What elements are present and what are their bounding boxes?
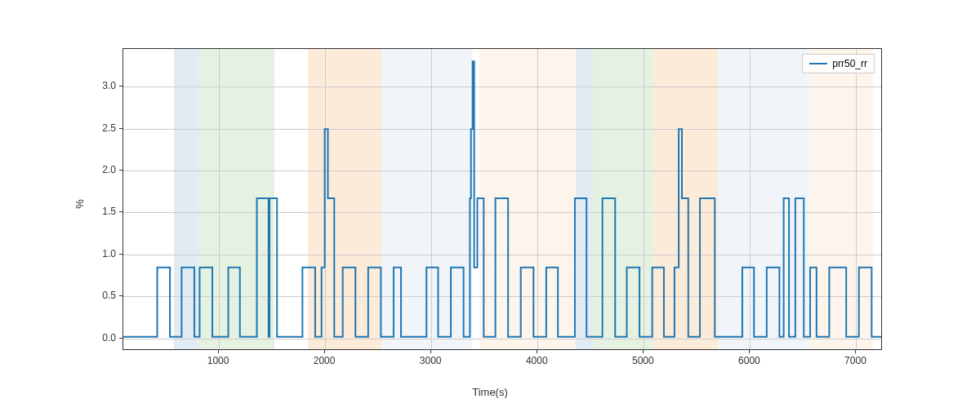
ytick-label: 0.5 [102,290,116,301]
ytick-mark [119,338,122,339]
y-axis-label: % [74,199,86,209]
ytick-mark [119,86,122,86]
ytick-mark [119,170,122,171]
xtick-mark [324,350,325,353]
xtick-mark [430,350,431,353]
series-line [123,61,881,336]
legend: prr50_rr [802,54,875,73]
xtick-label: 2000 [314,355,336,366]
legend-label: prr50_rr [832,58,867,69]
ytick-label: 2.5 [102,122,116,134]
ytick-mark [119,295,122,296]
xtick-mark [643,350,644,353]
xtick-mark [855,350,856,353]
xtick-label: 7000 [844,355,866,366]
xtick-label: 4000 [526,355,548,366]
ytick-label: 0.0 [102,332,116,344]
xtick-mark [749,350,750,353]
ytick-label: 1.5 [102,206,116,217]
line-series [123,49,881,349]
xtick-label: 3000 [420,355,442,366]
ytick-label: 1.0 [102,248,116,259]
ytick-label: 2.0 [102,164,116,175]
xtick-mark [218,350,219,353]
xtick-label: 5000 [632,355,654,366]
chart-container: prr50_rr 0.00.51.01.52.02.53.0 100020003… [122,48,882,350]
legend-color-swatch [809,63,827,64]
x-axis-label: Time(s) [472,386,508,398]
ytick-label: 3.0 [102,80,116,91]
ytick-mark [119,254,122,255]
xtick-label: 6000 [738,355,760,366]
ytick-mark [119,128,122,129]
xtick-mark [537,350,537,353]
plot-area: prr50_rr [122,48,882,350]
ytick-mark [119,211,122,212]
xtick-label: 1000 [207,355,229,366]
